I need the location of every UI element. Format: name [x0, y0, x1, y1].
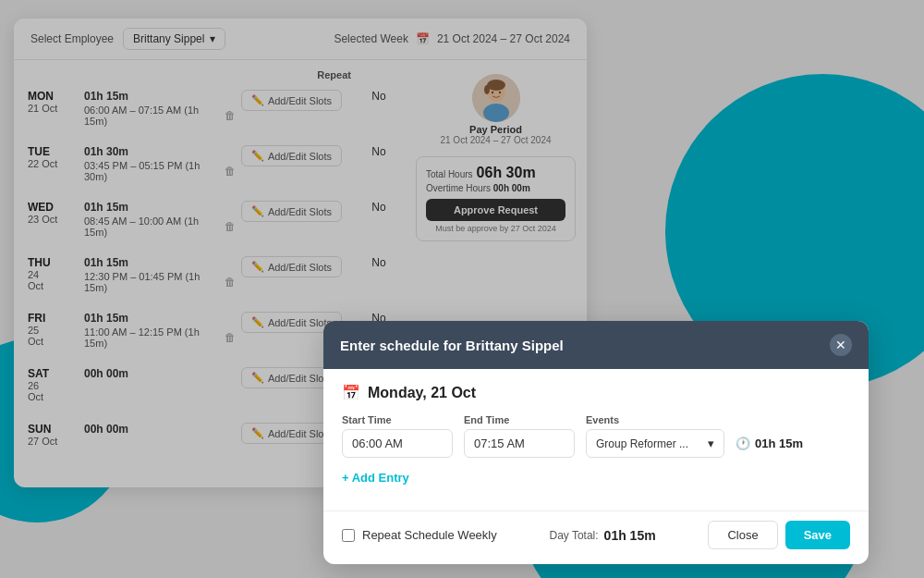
start-time-label: Start Time — [342, 414, 453, 425]
events-dropdown[interactable]: Group Reformer ... ▾ — [586, 429, 724, 458]
modal-calendar-icon: 📅 — [342, 384, 360, 401]
chevron-down-icon: ▾ — [708, 437, 714, 450]
start-time-group: Start Time — [342, 414, 453, 458]
events-group: Events Group Reformer ... ▾ — [586, 414, 724, 458]
start-time-input[interactable] — [342, 429, 453, 458]
clock-icon: 🕐 — [736, 437, 750, 450]
add-entry-button[interactable]: + Add Entry — [342, 471, 409, 485]
modal-title: Enter schedule for Brittany Sippel — [340, 338, 564, 353]
duration-label: 🕐 01h 15m — [736, 437, 803, 458]
events-value: Group Reformer ... — [596, 437, 704, 450]
modal-date: 📅 Monday, 21 Oct — [342, 384, 850, 401]
day-total-value: 01h 15m — [604, 528, 656, 543]
events-label: Events — [586, 414, 724, 425]
repeat-weekly-wrap: Repeat Schedule Weekly — [342, 528, 497, 542]
schedule-modal: Enter schedule for Brittany Sippel ✕ 📅 M… — [323, 321, 869, 564]
repeat-weekly-checkbox[interactable] — [342, 529, 355, 542]
entry-row: Start Time End Time Events Group Reforme… — [342, 414, 850, 458]
modal-body: 📅 Monday, 21 Oct Start Time End Time Eve… — [323, 369, 869, 510]
end-time-input[interactable] — [464, 429, 575, 458]
duration-value: 01h 15m — [755, 437, 803, 450]
repeat-weekly-label: Repeat Schedule Weekly — [362, 528, 497, 542]
modal-footer: Repeat Schedule Weekly Day Total: 01h 15… — [323, 510, 869, 564]
footer-buttons: Close Save — [708, 521, 850, 549]
day-total-wrap: Day Total: 01h 15m — [549, 528, 655, 543]
end-time-label: End Time — [464, 414, 575, 425]
close-button[interactable]: Close — [708, 521, 777, 549]
add-entry-row: + Add Entry — [342, 471, 850, 485]
save-button[interactable]: Save — [785, 521, 850, 549]
modal-overlay: Enter schedule for Brittany Sippel ✕ 📅 M… — [0, 0, 924, 578]
modal-header: Enter schedule for Brittany Sippel ✕ — [323, 321, 869, 369]
day-total-label: Day Total: — [549, 529, 598, 542]
end-time-group: End Time — [464, 414, 575, 458]
modal-close-button[interactable]: ✕ — [830, 334, 852, 356]
